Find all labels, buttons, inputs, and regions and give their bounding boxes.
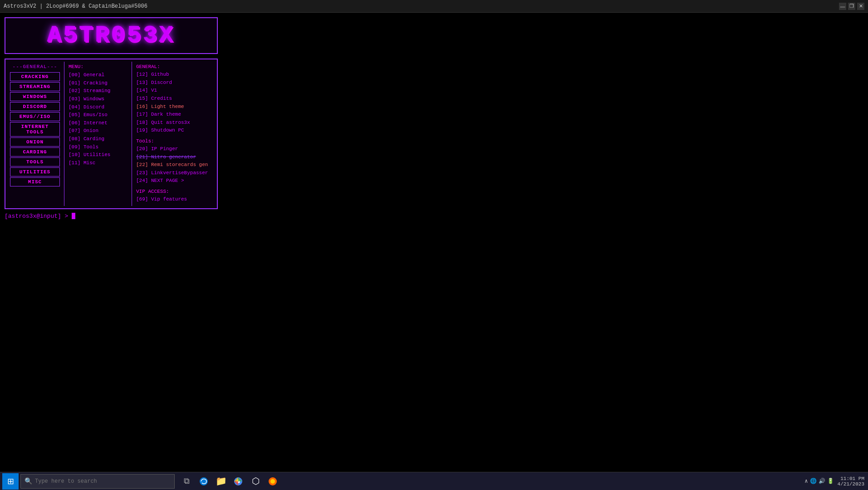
right-item-15: [15] Credits: [136, 95, 212, 103]
panel-divider: [64, 62, 64, 206]
github-icon[interactable]: ⬡: [247, 473, 264, 490]
title-bar-controls: — ❐ ✕: [839, 3, 864, 10]
sidebar-btn-onion[interactable]: ONION: [10, 137, 60, 147]
left-sidebar: ---GENERAL--- CRACKING STREAMING WINDOWS…: [8, 62, 62, 206]
taskbar-right: ∧ 🌐 🔊 🔋 11:01 PM 4/21/2023: [804, 476, 864, 487]
sidebar-btn-carding[interactable]: CARDING: [10, 147, 60, 157]
right-item-18: [18] Quit astros3x: [136, 119, 212, 127]
right-item-24: [24] NEXT PAGE >: [136, 177, 212, 185]
clock-date: 4/21/2023: [838, 481, 864, 487]
taskbar-icons: ⧉ 📁 ⬡: [178, 473, 281, 490]
menu-item-08: [08] Carding: [69, 135, 128, 143]
chevron-up-icon[interactable]: ∧: [804, 478, 808, 485]
right-item-19: [19] Shutdown PC: [136, 127, 212, 135]
terminal: A5TR053X ---GENERAL--- CRACKING STREAMIN…: [0, 13, 868, 472]
sidebar-btn-windows[interactable]: WINDOWS: [10, 92, 60, 101]
title-bar: Astros3xV2 | 2Loop#6969 & CaptainBeluga#…: [0, 0, 868, 13]
sidebar-btn-discord[interactable]: DISCORD: [10, 102, 60, 111]
search-box[interactable]: 🔍: [20, 474, 175, 489]
sidebar-btn-emus-iso[interactable]: EMUS//ISO: [10, 112, 60, 121]
taskbar: ⊞ 🔍 ⧉ 📁 ⬡: [0, 472, 868, 490]
minimize-button[interactable]: —: [839, 3, 846, 10]
restore-button[interactable]: ❐: [848, 3, 855, 10]
prompt-text: [astros3x@input] >: [5, 213, 72, 220]
sidebar-btn-misc[interactable]: MISC: [10, 177, 60, 186]
panel-divider2: [132, 62, 132, 206]
clock: 11:01 PM 4/21/2023: [838, 476, 864, 487]
tools-header: Tools:: [136, 138, 212, 144]
menu-item-07: [07] Onion: [69, 127, 128, 135]
close-button[interactable]: ✕: [857, 3, 864, 10]
svg-point-4: [270, 479, 275, 484]
network-icon: 🌐: [810, 478, 817, 485]
chrome-icon[interactable]: [230, 473, 246, 490]
menu-item-01: [01] Cracking: [69, 79, 128, 88]
right-item-13: [13] Discord: [136, 79, 212, 87]
general-header: GENERAL:: [136, 64, 212, 69]
vip-header: VIP ACCESS:: [136, 189, 212, 194]
right-item-14: [14] V1: [136, 87, 212, 95]
task-view-icon[interactable]: ⧉: [178, 473, 195, 490]
clock-time: 11:01 PM: [838, 476, 864, 481]
app-icon[interactable]: [265, 473, 281, 490]
menu-header: MENU:: [69, 64, 128, 69]
middle-menu: MENU: [00] General [01] Cracking [02] St…: [66, 62, 130, 206]
right-item-16: [16] Light theme: [136, 103, 212, 111]
sidebar-btn-internet-tools[interactable]: INTERNET TOOLS: [10, 122, 60, 137]
menu-item-05: [05] Emus/Iso: [69, 111, 128, 119]
sidebar-btn-tools[interactable]: TOOLS: [10, 157, 60, 167]
menu-item-02: [02] Streaming: [69, 87, 128, 95]
menu-item-10: [10] Utilities: [69, 151, 128, 159]
prompt-line: [astros3x@input] >: [5, 213, 863, 220]
menu-item-09: [09] Tools: [69, 143, 128, 152]
file-explorer-icon[interactable]: 📁: [213, 473, 229, 490]
menu-item-03: [03] Windows: [69, 95, 128, 103]
right-item-22: [22] Remi storecards gen: [136, 161, 212, 169]
menu-item-11: [11] Misc: [69, 159, 128, 167]
sidebar-btn-cracking[interactable]: CRACKING: [10, 72, 60, 81]
right-item-17: [17] Dark theme: [136, 111, 212, 119]
right-panel: GENERAL: [12] Github [13] Discord [14] V…: [134, 62, 215, 206]
volume-icon: 🔊: [819, 478, 825, 485]
menu-item-06: [06] Internet: [69, 119, 128, 127]
windows-icon: ⊞: [7, 476, 14, 486]
search-icon: 🔍: [25, 477, 32, 485]
cursor: [72, 213, 75, 219]
search-input[interactable]: [35, 478, 171, 485]
right-item-20: [20] IP Pinger: [136, 145, 212, 153]
right-item-21: [21] Nitro generator: [136, 153, 212, 162]
main-panel: ---GENERAL--- CRACKING STREAMING WINDOWS…: [5, 59, 218, 209]
edge-icon[interactable]: [196, 473, 212, 490]
title-bar-text: Astros3xV2 | 2Loop#6969 & CaptainBeluga#…: [4, 3, 147, 10]
sidebar-btn-utilities[interactable]: UTILITIES: [10, 167, 60, 176]
sidebar-btn-streaming[interactable]: STREAMING: [10, 82, 60, 91]
sidebar-header: ---GENERAL---: [10, 64, 60, 69]
menu-item-04: [04] Discord: [69, 103, 128, 112]
logo-text: A5TR053X: [10, 23, 212, 49]
tray-icons: ∧ 🌐 🔊 🔋: [804, 478, 834, 485]
menu-item-00: [00] General: [69, 71, 128, 79]
right-item-69: [69] Vip features: [136, 196, 212, 204]
battery-icon: 🔋: [827, 478, 834, 485]
right-item-12: [12] Github: [136, 71, 212, 79]
right-item-23: [23] LinkvertiseBypasser: [136, 169, 212, 177]
start-button[interactable]: ⊞: [2, 473, 19, 490]
logo-container: A5TR053X: [5, 17, 218, 54]
